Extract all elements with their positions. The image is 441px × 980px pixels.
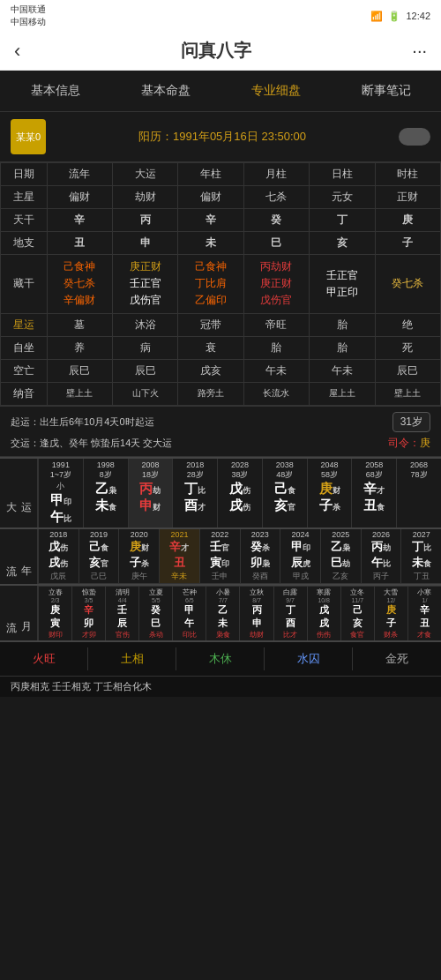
kongwang-yue: 午未	[243, 359, 309, 382]
label-nayin: 纳音	[1, 382, 48, 405]
col-rizhu: 日柱	[310, 163, 375, 186]
dayun-side-label: 大 运	[0, 459, 38, 527]
kongwang-row: 空亡 辰巳 辰巳 戌亥 午未 午未 辰巳	[1, 359, 441, 382]
zanggan-ri: 壬正官 甲正印	[310, 255, 375, 314]
zizuo-yue: 胎	[243, 336, 309, 359]
xingyun-liunian: 墓	[47, 313, 112, 336]
ly-col-9: 立冬 11/7 己 亥 食官	[340, 587, 374, 640]
zizuo-ri: 胎	[310, 336, 375, 359]
dayun-content: 1991 1~7岁 小 甲印 午比 1998 8岁 乙枭 未食 2008 18岁	[38, 459, 441, 527]
dayun-col-5: 2038 48岁 己食 亥官	[262, 459, 307, 527]
jiaoyun-text: 交运：逢戊、癸年 惊蛰后14天 交大运	[11, 437, 172, 450]
zanggan-shi: 癸七杀	[375, 255, 440, 314]
label-zanggan: 藏干	[1, 255, 48, 314]
dizhi-ri: 亥	[310, 232, 375, 255]
tab-earth[interactable]: 土相	[88, 647, 176, 670]
dayun-col-2: 2008 18岁 丙劫 申财	[128, 459, 173, 527]
ln-col-1: 2019 己食 亥官 己巳	[78, 529, 119, 584]
zhuxing-yue: 七杀	[243, 186, 309, 209]
dayun-col-3: 2018 28岁 丁比 酉才	[172, 459, 217, 527]
zhuxing-row: 主星 偏财 劫财 偏财 七杀 元女 正财	[1, 186, 441, 209]
tab-basic-chart[interactable]: 基本命盘	[134, 79, 198, 102]
kongwang-dayun: 辰巳	[113, 359, 178, 382]
status-right: 📶 🔋 12:42	[370, 11, 430, 22]
zizuo-shi: 死	[375, 336, 440, 359]
col-shizhu: 时柱	[375, 163, 440, 186]
table-header-row: 日期 流年 大运 年柱 月柱 日柱 时柱	[1, 163, 441, 186]
label-dizhi: 地支	[1, 232, 48, 255]
nayin-liunian: 壁上土	[47, 382, 112, 405]
tiangan-dayun: 丙	[113, 209, 178, 232]
nayin-ri: 屋上土	[310, 382, 375, 405]
carrier2: 中国移动	[11, 16, 46, 28]
carrier1: 中国联通	[11, 4, 46, 16]
dayun-year-row: 1991 1~7岁 小 甲印 午比 1998 8岁 乙枭 未食 2008 18岁	[38, 459, 441, 527]
label-zhuxing: 主星	[1, 186, 48, 209]
zanggan-nian: 己食神 丁比肩 乙偏印	[178, 255, 243, 314]
col-nianzhu: 年柱	[178, 163, 243, 186]
avatar: 某某0	[11, 119, 46, 154]
liuyue-section: 流 月 立春 2/3 庚 寅 财印 惊蛰 3/5 辛 卯 才卯	[0, 584, 441, 640]
zhuxing-shi: 正财	[375, 186, 440, 209]
ly-col-11: 小寒 1/ 辛 丑 才食	[407, 587, 441, 640]
col-liunian: 流年	[47, 163, 112, 186]
nayin-yue: 长流水	[243, 382, 309, 405]
ly-col-1: 惊蛰 3/5 辛 卯 才卯	[71, 587, 105, 640]
zhuxing-nian: 偏财	[178, 186, 243, 209]
xingyun-yue: 帝旺	[243, 313, 309, 336]
dayun-col-1: 1998 8岁 乙枭 未食	[83, 459, 128, 527]
tab-pro-chart[interactable]: 专业细盘	[244, 79, 308, 102]
ly-col-3: 立夏 5/5 癸 巳 杀动	[138, 587, 172, 640]
bottom-tab-bar: 火旺 土相 木休 水囚 金死	[0, 640, 441, 676]
label-tiangan: 天干	[1, 209, 48, 232]
tab-notes[interactable]: 断事笔记	[355, 79, 418, 102]
ly-col-2: 清明 4/4 壬 辰 官伤	[105, 587, 138, 640]
nayin-dayun: 山下火	[113, 382, 178, 405]
age-badge: 31岁	[392, 412, 430, 432]
ln-col-0: 2018 戊伤 戌伤 戊辰	[38, 529, 78, 584]
dayun-col-6: 2048 58岁 庚财 子杀	[307, 459, 352, 527]
tab-metal[interactable]: 金死	[353, 647, 441, 670]
dizhi-liunian: 丑	[47, 232, 112, 255]
dayun-col-0: 1991 1~7岁 小 甲印 午比	[38, 459, 83, 527]
zanggan-dayun: 庚正财 壬正官 戊伤官	[113, 255, 178, 314]
ln-col-2: 2020 庚财 子杀 庚午	[118, 529, 159, 584]
dayun-col-4: 2028 38岁 戊伤 戌伤	[217, 459, 262, 527]
xingyun-ri: 胎	[310, 313, 375, 336]
zanggan-row: 藏干 己食神 癸七杀 辛偏财 庚正财 壬正官 戊伤官 己食神 丁比肩 乙偏印 丙…	[1, 255, 441, 314]
tiangan-shi: 庚	[375, 209, 440, 232]
toggle-switch[interactable]	[399, 128, 430, 146]
kongwang-liunian: 辰巳	[47, 359, 112, 382]
label-zizuo: 自坐	[1, 336, 48, 359]
dizhi-row: 地支 丑 申 未 巳 亥 子	[1, 232, 441, 255]
zizuo-liunian: 养	[47, 336, 112, 359]
kongwang-ri: 午未	[310, 359, 375, 382]
tab-basic-info[interactable]: 基本信息	[24, 79, 87, 102]
nayin-shi: 壁上土	[375, 382, 440, 405]
dizhi-shi: 子	[375, 232, 440, 255]
menu-button[interactable]: ···	[412, 41, 427, 61]
liuyue-content: 立春 2/3 庚 寅 财印 惊蛰 3/5 辛 卯 才卯 清明 4/4 壬	[38, 586, 441, 640]
zizuo-dayun: 病	[113, 336, 178, 359]
nayin-row: 纳音 壁上土 山下火 路旁土 长流水 屋上土 壁上土	[1, 382, 441, 405]
tab-bar: 基本信息 基本命盘 专业细盘 断事笔记	[0, 71, 441, 112]
tab-water[interactable]: 水囚	[265, 647, 353, 670]
zhuxing-dayun: 劫财	[113, 186, 178, 209]
tiangan-ri: 丁	[310, 209, 375, 232]
xingyun-dayun: 沐浴	[113, 313, 178, 336]
tiangan-liunian: 辛	[47, 209, 112, 232]
ln-col-4: 2022 壬官 寅印 壬申	[199, 529, 240, 584]
tab-fire[interactable]: 火旺	[0, 647, 88, 670]
ln-col-8: 2026 丙劫 午比 丙子	[361, 529, 401, 584]
ln-col-7: 2025 乙枭 巳劫 乙亥	[320, 529, 361, 584]
bazi-table: 日期 流年 大运 年柱 月柱 日柱 时柱 主星 偏财 劫财 偏财 七杀 元女 正…	[0, 162, 441, 406]
tab-wood[interactable]: 木休	[176, 647, 265, 670]
zanggan-liunian: 己食神 癸七杀 辛偏财	[47, 255, 112, 314]
back-button[interactable]: ‹	[14, 40, 20, 63]
lunar-date: 阳历：1991年05月16日 23:50:00	[53, 129, 392, 145]
zhuxing-ri: 元女	[310, 186, 375, 209]
tiangan-yue: 癸	[243, 209, 309, 232]
ly-col-8: 寒露 10/8 戊 戌 伤伤	[307, 587, 340, 640]
yun-info-section: 起运：出生后6年10月4天0时起运 31岁 交运：逢戊、癸年 惊蛰后14天 交大…	[0, 406, 441, 457]
xingyun-nian: 冠带	[178, 313, 243, 336]
